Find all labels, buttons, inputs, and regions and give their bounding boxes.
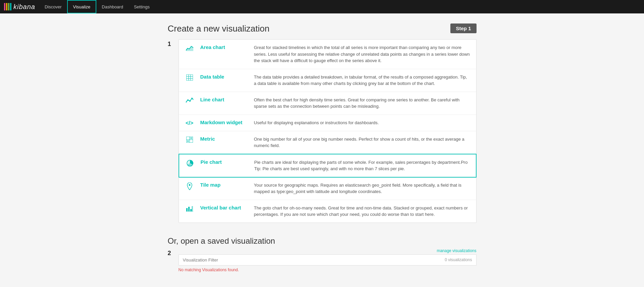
viz-item-data-table[interactable]: Data table The data table provides a det… — [179, 69, 476, 92]
tile-map-icon — [184, 183, 195, 190]
annotation-2: 2 — [168, 250, 175, 257]
data-table-desc: The data table provides a detailed break… — [254, 74, 471, 87]
no-results-message: No matching Visualizations found. — [179, 268, 477, 272]
step-header: Create a new visualization Step 1 — [168, 23, 477, 34]
manage-visualizations-link[interactable]: manage visualizations — [179, 248, 477, 253]
line-chart-desc: Often the best chart for high density ti… — [254, 97, 471, 110]
logo-text: kibana — [13, 3, 35, 11]
area-chart-desc: Great for stacked timelines in which the… — [254, 44, 471, 64]
data-table-name: Data table — [200, 74, 247, 80]
svg-rect-14 — [187, 140, 189, 142]
markdown-desc: Useful for displaying explanations or in… — [254, 119, 471, 126]
svg-point-9 — [191, 98, 193, 99]
viz-item-vertical-bar[interactable]: Vertical bar chart The goto chart for oh… — [179, 200, 476, 223]
page-title: Create a new visualization — [168, 23, 270, 34]
viz-list-container: Area chart Great for stacked timelines i… — [179, 39, 477, 231]
line-chart-name: Line chart — [200, 97, 247, 102]
viz-section: 1 Area chart Great for stacked timelines… — [168, 39, 477, 231]
kibana-logo: kibana — [4, 3, 35, 11]
metric-icon — [184, 137, 195, 143]
vertical-bar-icon — [184, 205, 195, 211]
logo-bar-yellow — [6, 3, 7, 10]
saved-filter-section: 2 manage visualizations 0 visualizations… — [168, 248, 477, 272]
nav-items: Discover Visualize Dashboard Settings — [39, 0, 155, 13]
svg-point-7 — [187, 99, 189, 101]
vertical-bar-name: Vertical bar chart — [200, 205, 247, 210]
svg-rect-1 — [186, 75, 193, 81]
svg-rect-20 — [190, 209, 192, 211]
metric-name: Metric — [200, 136, 247, 142]
svg-rect-18 — [186, 208, 188, 211]
markdown-icon: </> — [184, 120, 195, 126]
annotation-1: 1 — [168, 41, 175, 48]
logo-bar-green — [8, 3, 9, 10]
filter-row: 0 visualizations — [179, 254, 477, 266]
metric-desc: One big number for all of your one big n… — [254, 136, 471, 149]
svg-rect-21 — [192, 206, 193, 211]
navbar: kibana Discover Visualize Dashboard Sett… — [0, 0, 644, 13]
viz-list: Area chart Great for stacked timelines i… — [179, 39, 477, 223]
data-table-icon — [184, 75, 195, 81]
tile-map-name: Tile map — [200, 182, 247, 188]
logo-bar-teal — [10, 3, 11, 10]
svg-point-8 — [189, 100, 191, 102]
nav-settings[interactable]: Settings — [129, 0, 155, 13]
pie-chart-name: Pie chart — [201, 159, 248, 165]
line-chart-icon — [184, 97, 195, 103]
area-chart-icon — [184, 45, 195, 51]
logo: kibana — [0, 0, 39, 13]
saved-filter-content: manage visualizations 0 visualizations N… — [179, 248, 477, 272]
svg-rect-19 — [188, 207, 190, 211]
tile-map-desc: Your source for geographic maps. Require… — [254, 182, 471, 195]
viz-item-metric[interactable]: Metric One big number for all of your on… — [179, 131, 476, 154]
saved-title: Or, open a saved visualization — [168, 236, 477, 246]
pie-chart-icon — [185, 160, 195, 166]
visualization-filter-input[interactable] — [179, 255, 441, 265]
nav-discover[interactable]: Discover — [39, 0, 67, 13]
area-chart-name: Area chart — [200, 44, 247, 50]
viz-item-line-chart[interactable]: Line chart Often the best chart for high… — [179, 92, 476, 115]
svg-rect-15 — [190, 137, 192, 139]
viz-item-area-chart[interactable]: Area chart Great for stacked timelines i… — [179, 40, 476, 69]
step-badge: Step 1 — [450, 23, 476, 33]
markdown-name: Markdown widget — [200, 119, 247, 125]
logo-bar-pink — [4, 3, 5, 10]
logo-bars — [4, 3, 11, 10]
pie-chart-desc: Pie charts are ideal for displaying the … — [254, 159, 470, 172]
filter-count: 0 visualizations — [441, 257, 476, 262]
nav-visualize[interactable]: Visualize — [67, 0, 97, 13]
viz-item-pie-chart[interactable]: Pie chart Pie charts are ideal for displ… — [179, 154, 477, 178]
viz-item-markdown[interactable]: </> Markdown widget Useful for displayin… — [179, 115, 476, 131]
main-content: Create a new visualization Step 1 1 Area… — [161, 13, 483, 282]
saved-section: Or, open a saved visualization 2 manage … — [168, 236, 477, 272]
nav-dashboard[interactable]: Dashboard — [96, 0, 129, 13]
svg-point-17 — [189, 184, 190, 186]
vertical-bar-desc: The goto chart for oh-so-many needs. Gre… — [254, 205, 471, 218]
viz-item-tile-map[interactable]: Tile map Your source for geographic maps… — [179, 177, 476, 200]
